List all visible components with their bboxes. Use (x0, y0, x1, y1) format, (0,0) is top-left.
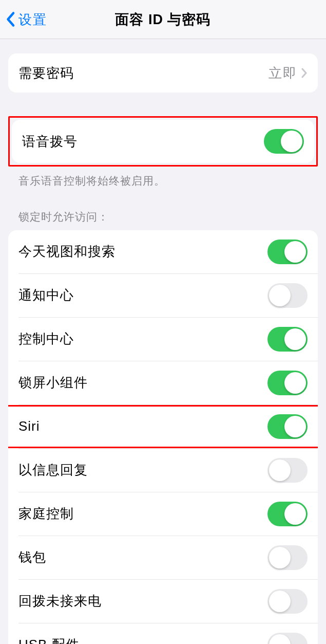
back-button[interactable]: 设置 (5, 10, 47, 28)
access-toggle[interactable] (267, 633, 308, 645)
access-row: 控制中心 (8, 318, 318, 361)
require-passcode-value: 立即 (269, 64, 297, 82)
toggle-knob (284, 328, 306, 350)
access-row-label: 锁屏小组件 (18, 374, 88, 392)
access-row-label: 以信息回复 (18, 461, 88, 479)
page-title: 面容 ID 与密码 (115, 10, 210, 29)
access-toggle[interactable] (267, 240, 308, 264)
access-row: 以信息回复 (8, 449, 318, 492)
access-row: 钱包 (8, 536, 318, 579)
voice-dial-toggle[interactable] (264, 129, 304, 154)
voice-dial-highlight: 语音拨号 (8, 116, 318, 167)
access-row-label: 家庭控制 (18, 505, 74, 523)
toggle-knob (269, 591, 291, 612)
toggle-knob (284, 372, 306, 394)
access-row: 通知中心 (8, 274, 318, 317)
access-toggle[interactable] (267, 371, 308, 395)
access-toggle[interactable] (267, 327, 308, 352)
access-row-label: 通知中心 (18, 286, 74, 304)
chevron-right-icon (301, 68, 308, 78)
toggle-knob (269, 285, 291, 306)
toggle-knob (281, 131, 302, 152)
voice-dial-section: 语音拨号 (12, 120, 314, 163)
voice-dial-label: 语音拨号 (22, 133, 78, 151)
access-toggle[interactable] (267, 502, 308, 526)
voice-dial-row: 语音拨号 (12, 120, 314, 163)
highlighted-row-wrapper: Siri (8, 405, 318, 448)
require-passcode-section: 需要密码 立即 (8, 53, 318, 93)
access-row: 今天视图和搜索 (8, 230, 318, 273)
access-row: Siri (8, 405, 318, 448)
toggle-knob (284, 503, 306, 525)
back-label: 设置 (18, 10, 47, 28)
access-toggle[interactable] (267, 458, 308, 483)
access-header: 锁定时允许访问： (0, 189, 326, 230)
require-passcode-label: 需要密码 (18, 64, 74, 82)
access-row-label: 控制中心 (18, 330, 74, 348)
toggle-knob (269, 547, 291, 568)
access-row: 回拨未接来电 (8, 580, 318, 623)
access-toggle[interactable] (267, 414, 308, 439)
access-row-label: 钱包 (18, 548, 46, 566)
access-toggle[interactable] (267, 283, 308, 308)
voice-dial-footer: 音乐语音控制将始终被启用。 (0, 167, 326, 189)
require-passcode-row[interactable]: 需要密码 立即 (8, 53, 318, 93)
toggle-knob (269, 459, 291, 481)
toggle-knob (269, 634, 291, 645)
chevron-left-icon (5, 12, 15, 27)
access-toggle[interactable] (267, 589, 308, 614)
access-row-label: USB 配件 (18, 636, 80, 644)
access-row: 家庭控制 (8, 492, 318, 536)
access-toggle[interactable] (267, 545, 308, 570)
access-row-label: Siri (18, 418, 40, 434)
navigation-bar: 设置 面容 ID 与密码 (0, 0, 326, 39)
toggle-knob (284, 241, 306, 263)
access-row-label: 回拨未接来电 (18, 592, 102, 610)
access-when-locked-section: 今天视图和搜索通知中心控制中心锁屏小组件Siri以信息回复家庭控制钱包回拨未接来… (8, 230, 318, 645)
access-row: USB 配件 (8, 623, 318, 645)
access-row: 锁屏小组件 (8, 361, 318, 404)
access-row-label: 今天视图和搜索 (18, 243, 116, 261)
toggle-knob (284, 416, 306, 437)
